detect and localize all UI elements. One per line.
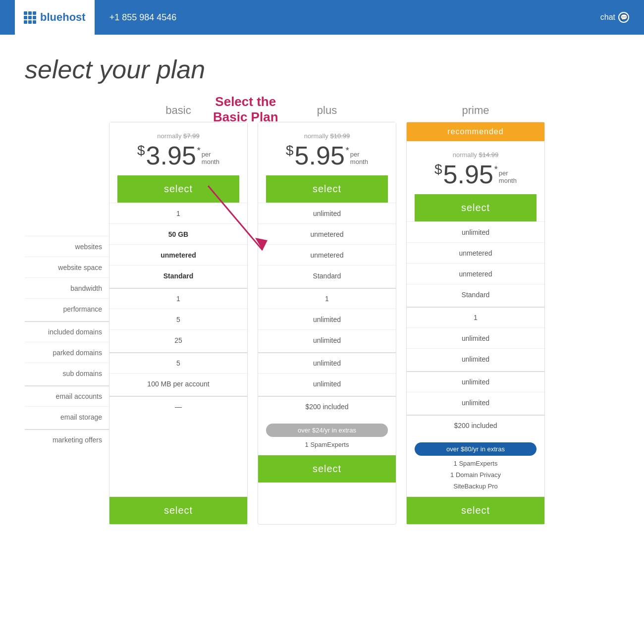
- logo-text: bluehost: [40, 11, 86, 24]
- prime-email-accounts: unlimited: [407, 371, 544, 392]
- basic-performance: Standard: [109, 265, 247, 286]
- basic-select-top-button[interactable]: select: [117, 175, 239, 203]
- plus-parked-domains: unlimited: [258, 309, 396, 329]
- basic-websites: 1: [109, 203, 247, 223]
- basic-card-top: normally $7.99 $ 3.95 * permonth select: [109, 122, 247, 203]
- label-email-storage: email storage: [25, 406, 109, 427]
- basic-asterisk: *: [197, 146, 201, 156]
- label-parked-domains: parked domains: [25, 342, 109, 363]
- basic-email-accounts: 5: [109, 352, 247, 373]
- prime-card-top: normally $14.99 $ 5.95 * permonth select: [407, 141, 544, 221]
- plus-select-top-button[interactable]: select: [266, 175, 388, 203]
- prime-parked-domains: unlimited: [407, 327, 544, 348]
- prime-email-storage: unlimited: [407, 392, 544, 413]
- basic-price-row: $ 3.95 * permonth: [117, 143, 239, 168]
- plus-asterisk: *: [346, 146, 349, 156]
- prime-websites: unlimited: [407, 221, 544, 242]
- plus-features: unlimited unmetered unmetered Standard 1…: [258, 203, 396, 417]
- plus-email-accounts: unlimited: [258, 352, 396, 373]
- prime-included-domains: 1: [407, 307, 544, 327]
- plus-per: permonth: [350, 151, 368, 165]
- plus-dollar: $: [286, 143, 294, 159]
- basic-amount: 3.95: [146, 143, 196, 168]
- chat-bubble-icon: 💬: [618, 12, 629, 23]
- header-left: bluehost +1 855 984 4546: [15, 0, 176, 35]
- plus-select-bottom-button[interactable]: select: [258, 455, 396, 483]
- prime-domain-privacy: 1 Domain Privacy: [415, 471, 537, 479]
- plan-name-basic: basic: [109, 104, 248, 122]
- prime-bandwidth: unmetered: [407, 263, 544, 284]
- label-websites: websites: [25, 236, 109, 257]
- basic-parked-domains: 5: [109, 309, 247, 329]
- plus-included-domains: 1: [258, 288, 396, 309]
- basic-dollar: $: [137, 143, 145, 159]
- plans-wrapper: Select the Basic Plan basic plus prime w…: [25, 104, 619, 525]
- prime-spam-experts: 1 SpamExperts: [415, 460, 537, 467]
- prime-marketing-offers: $200 included: [407, 415, 544, 435]
- label-bandwidth: bandwidth: [25, 277, 109, 298]
- plan-header-row: basic plus prime: [109, 104, 619, 122]
- plus-sub-domains: unlimited: [258, 329, 396, 350]
- plus-email-storage: unlimited: [258, 373, 396, 394]
- plus-bandwidth: unmetered: [258, 244, 396, 265]
- prime-normally: normally $14.99: [415, 151, 537, 159]
- basic-bandwidth: unmetered: [109, 244, 247, 265]
- plan-card-plus: normally $10.99 $ 5.95 * permonth select…: [258, 122, 396, 525]
- prime-extras-badge: over $80/yr in extras: [415, 442, 537, 456]
- prime-extras: over $80/yr in extras 1 SpamExperts 1 Do…: [407, 435, 544, 497]
- label-performance: performance: [25, 298, 109, 319]
- plan-name-prime: prime: [406, 104, 545, 122]
- prime-select-top-button[interactable]: select: [415, 194, 537, 221]
- label-marketing-offers: marketing offers: [25, 429, 109, 450]
- plans-body: websites website space bandwidth perform…: [25, 122, 619, 525]
- plus-extras-badge: over $24/yr in extras: [266, 424, 388, 437]
- plus-website-space: unmetered: [258, 223, 396, 244]
- label-email-accounts: email accounts: [25, 385, 109, 406]
- prime-features: unlimited unmetered unmetered Standard 1…: [407, 221, 544, 435]
- plus-card-top: normally $10.99 $ 5.95 * permonth select: [258, 122, 396, 203]
- prime-dollar: $: [434, 161, 442, 177]
- main-content: select your plan Select the Basic Plan b…: [0, 35, 644, 554]
- plan-card-prime: recommended normally $14.99 $ 5.95 * per…: [406, 122, 545, 525]
- chat-label: chat: [600, 13, 615, 22]
- page-title: select your plan: [25, 54, 619, 84]
- basic-included-domains: 1: [109, 288, 247, 309]
- header-phone[interactable]: +1 855 984 4546: [109, 12, 177, 23]
- basic-email-storage: 100 MB per account: [109, 373, 247, 394]
- basic-select-bottom-button[interactable]: select: [109, 497, 247, 524]
- plan-name-plus: plus: [258, 104, 396, 122]
- prime-amount: 5.95: [443, 161, 493, 187]
- basic-features: 1 50 GB unmetered Standard 1 5 25 5 100 …: [109, 203, 247, 417]
- prime-website-space: unmetered: [407, 242, 544, 263]
- plus-marketing-offers: $200 included: [258, 396, 396, 417]
- plus-spam-experts: 1 SpamExperts: [266, 441, 388, 448]
- basic-normally: normally $7.99: [117, 132, 239, 140]
- chat-link[interactable]: chat 💬: [600, 12, 629, 23]
- basic-marketing-offers: —: [109, 396, 247, 417]
- label-included-domains: included domains: [25, 321, 109, 342]
- plan-card-basic: normally $7.99 $ 3.95 * permonth select …: [109, 122, 248, 525]
- plus-performance: Standard: [258, 265, 396, 286]
- plus-websites: unlimited: [258, 203, 396, 223]
- prime-sitebackup: SiteBackup Pro: [415, 483, 537, 490]
- logo-box: bluehost: [15, 0, 95, 35]
- basic-sub-domains: 25: [109, 329, 247, 350]
- label-sub-domains: sub domains: [25, 363, 109, 383]
- plus-extras: over $24/yr in extras 1 SpamExperts: [258, 417, 396, 455]
- prime-select-bottom-button[interactable]: select: [407, 497, 544, 524]
- plus-price-row: $ 5.95 * permonth: [266, 143, 388, 168]
- prime-sub-domains: unlimited: [407, 348, 544, 369]
- plus-amount: 5.95: [295, 143, 345, 168]
- prime-performance: Standard: [407, 284, 544, 305]
- basic-per: permonth: [202, 151, 219, 165]
- plus-normally: normally $10.99: [266, 132, 388, 140]
- prime-asterisk: *: [494, 164, 498, 175]
- plans-columns: normally $7.99 $ 3.95 * permonth select …: [109, 122, 545, 525]
- feature-labels-column: websites website space bandwidth perform…: [25, 122, 109, 525]
- recommended-badge: recommended: [407, 122, 544, 141]
- label-website-space: website space: [25, 257, 109, 277]
- header: bluehost +1 855 984 4546 chat 💬: [0, 0, 644, 35]
- logo-grid-icon: [24, 11, 36, 24]
- prime-per: permonth: [499, 169, 517, 184]
- prime-price-row: $ 5.95 * permonth: [415, 161, 537, 187]
